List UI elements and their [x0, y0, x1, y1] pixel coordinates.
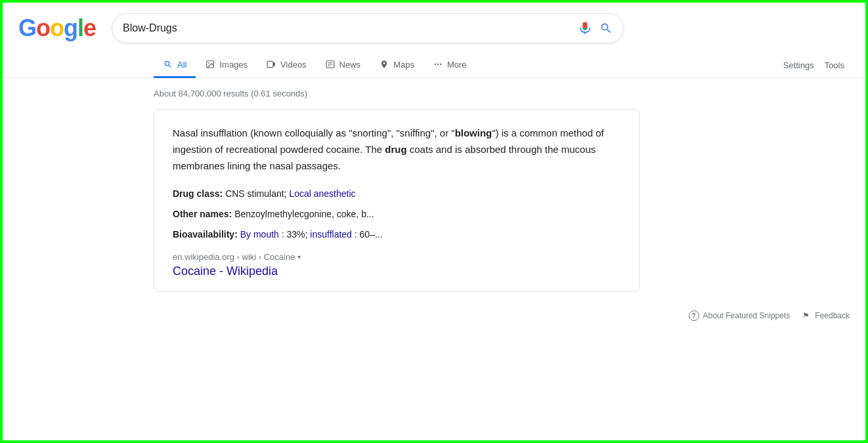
images-tab-icon	[205, 59, 215, 70]
snippet-body: Nasal insufflation (known colloquially a…	[173, 125, 620, 174]
logo-letter-o2: o	[50, 14, 64, 41]
logo-letter-e: e	[83, 14, 96, 41]
about-snippets-label: About Featured Snippets	[703, 311, 791, 320]
search-bar-wrapper	[112, 13, 624, 43]
svg-point-10	[440, 64, 441, 65]
settings-link[interactable]: Settings	[778, 54, 819, 77]
videos-tab-icon	[266, 59, 276, 70]
tab-all-label: All	[177, 60, 186, 70]
more-tab-icon	[433, 59, 443, 70]
tab-videos-label: Videos	[280, 60, 307, 70]
other-names-field: Other names: Benzoylmethylecgonine, coke…	[173, 207, 620, 221]
by-mouth-link[interactable]: By mouth	[240, 229, 279, 240]
results-area: About 84,700,000 results (0.61 seconds) …	[3, 78, 865, 326]
search-submit-icon[interactable]	[599, 22, 613, 35]
insufflated-link[interactable]: insufflated	[310, 229, 352, 240]
logo-letter-o1: o	[36, 14, 50, 41]
bold-drug: drug	[385, 144, 406, 155]
other-names-label: Other names:	[173, 209, 232, 219]
tab-images-label: Images	[219, 60, 248, 70]
feedback-item[interactable]: ⚑ Feedback	[800, 310, 850, 321]
logo-letter-l: l	[77, 14, 83, 41]
drug-class-text: CNS stimulant;	[225, 188, 289, 199]
source-url-text: en.wikipedia.org › wiki › Cocaine	[173, 252, 295, 262]
logo-letter-g: G	[18, 14, 36, 41]
nav-tabs: All Images Videos News Maps More Settin	[3, 47, 865, 78]
header: Google	[3, 3, 865, 43]
bioavailability-label: Bioavailability:	[173, 229, 238, 240]
local-anesthetic-link[interactable]: Local anesthetic	[289, 188, 355, 199]
all-tab-icon	[163, 59, 173, 70]
dropdown-arrow-icon[interactable]: ▾	[297, 253, 301, 261]
bioavailability-field: Bioavailability: By mouth : 33%; insuffl…	[173, 228, 620, 242]
search-icons	[578, 22, 613, 35]
feedback-icon: ⚑	[800, 310, 811, 321]
tab-maps-label: Maps	[393, 60, 414, 70]
bold-blowing: blowing	[455, 127, 492, 138]
tab-news[interactable]: News	[316, 53, 370, 78]
tab-images[interactable]: Images	[196, 53, 257, 78]
tools-link[interactable]: Tools	[819, 54, 850, 77]
tab-videos[interactable]: Videos	[257, 53, 316, 78]
drug-class-label: Drug class:	[173, 188, 223, 199]
about-snippets-item[interactable]: ? About Featured Snippets	[689, 310, 791, 321]
search-bar	[112, 13, 624, 43]
svg-point-8	[435, 64, 436, 65]
maps-tab-icon	[379, 59, 389, 70]
feedback-label: Feedback	[815, 311, 850, 320]
microphone-icon[interactable]	[578, 22, 592, 35]
snippet-source: en.wikipedia.org › wiki › Cocaine ▾	[173, 252, 620, 262]
svg-rect-2	[267, 61, 273, 67]
svg-point-1	[209, 62, 210, 64]
logo-letter-g2: g	[64, 14, 77, 41]
results-count: About 84,700,000 results (0.61 seconds)	[154, 89, 865, 98]
google-logo[interactable]: Google	[18, 14, 96, 42]
search-input[interactable]	[123, 22, 578, 34]
tab-all[interactable]: All	[154, 53, 196, 78]
svg-point-9	[437, 64, 439, 65]
bioavailability-end: : 60–...	[355, 229, 383, 240]
drug-class-field: Drug class: CNS stimulant; Local anesthe…	[173, 187, 620, 201]
featured-snippet: Nasal insufflation (known colloquially a…	[154, 109, 640, 292]
tab-news-label: News	[339, 60, 361, 70]
footer-bar: ? About Featured Snippets ⚑ Feedback	[154, 305, 865, 326]
tab-more[interactable]: More	[423, 53, 476, 78]
wikipedia-link[interactable]: Cocaine - Wikipedia	[173, 264, 620, 278]
other-names-text: Benzoylmethylecgonine, coke, b...	[234, 209, 374, 219]
tab-more-label: More	[447, 60, 467, 70]
news-tab-icon	[325, 59, 336, 70]
bioavailability-mid: : 33%;	[282, 229, 311, 240]
tab-maps[interactable]: Maps	[370, 53, 423, 78]
nav-right: Settings Tools	[778, 54, 865, 77]
info-icon: ?	[689, 310, 699, 321]
